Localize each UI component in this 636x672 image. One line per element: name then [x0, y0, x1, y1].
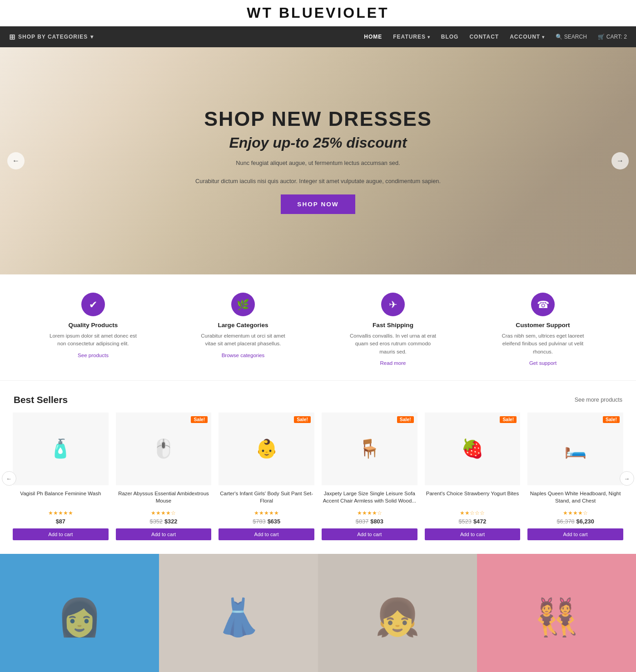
product-image: 🪑: [322, 413, 417, 485]
add-to-cart-button[interactable]: Add to cart: [425, 528, 521, 540]
product-price: $352$322: [116, 518, 212, 525]
feature-link-1[interactable]: Browse categories: [222, 353, 265, 358]
hero-subtitle: Enjoy up-to 25% discount: [195, 134, 441, 151]
search-label: SEARCH: [564, 34, 587, 40]
product-image: 👶: [219, 413, 314, 485]
feature-link-2[interactable]: Read more: [380, 360, 406, 366]
cat-banner-bg-3: 👯: [477, 554, 636, 672]
feature-title-2: Fast Shipping: [348, 322, 438, 329]
feature-desc-3: Cras nibh sem, ultrices eget laoreet ele…: [497, 332, 588, 356]
cart-icon: 🛒: [598, 34, 605, 40]
product-image: 🍓: [425, 413, 521, 485]
section-title: Best Sellers: [14, 394, 68, 405]
products-next-button[interactable]: →: [620, 471, 634, 486]
feature-item-0: ✔ Quality Products Lorem ipsum dolor sit…: [48, 293, 139, 367]
product-image: 🧴: [13, 413, 109, 485]
products-row: ← 🧴 Vagisil Ph Balance Feminine Wash ★★★…: [0, 413, 636, 545]
feature-desc-0: Lorem ipsum dolor sit amet donec est non…: [48, 332, 139, 348]
feature-link-0[interactable]: See products: [78, 353, 109, 358]
nav-home[interactable]: HOME: [364, 34, 382, 40]
sale-badge: Sale!: [397, 416, 414, 423]
hero-prev-button[interactable]: ←: [7, 152, 25, 169]
cat-figure-0: 👩: [57, 596, 102, 639]
nav-features[interactable]: FEATURES: [393, 34, 430, 40]
cat-figure-2: 👧: [375, 596, 420, 639]
product-card: Sale! 🖱️ Razer Abyssus Essential Ambidex…: [112, 413, 215, 540]
product-price: $837$803: [322, 518, 417, 525]
feature-item-2: ✈ Fast Shipping Convallis convallis. In …: [348, 293, 438, 367]
product-name: Vagisil Ph Balance Feminine Wash: [13, 490, 109, 507]
cat-banner-bg-1: 👗: [159, 554, 318, 672]
feature-title-3: Customer Support: [497, 322, 588, 329]
hero-title: SHOP NEW DRESSES: [195, 108, 441, 130]
add-to-cart-button[interactable]: Add to cart: [116, 528, 212, 540]
products-prev-button[interactable]: ←: [2, 471, 16, 486]
product-name: Carter's Infant Girls' Body Suit Pant Se…: [219, 490, 314, 507]
product-name: Parent's Choice Strawberry Yogurt Bites: [425, 490, 521, 507]
category-banner-1[interactable]: 👗: [159, 554, 318, 672]
product-card: Sale! 🪑 Jaxpety Large Size Single Leisur…: [318, 413, 421, 540]
nav-contact[interactable]: CONTACT: [469, 34, 499, 40]
cart-button[interactable]: 🛒 CART: 2: [598, 34, 627, 40]
feature-item-3: ☎ Customer Support Cras nibh sem, ultric…: [497, 293, 588, 367]
product-card: Sale! 🍓 Parent's Choice Strawberry Yogur…: [421, 413, 524, 540]
product-price: $87: [13, 518, 109, 525]
categories-label: SHOP BY CATEGORIES: [18, 34, 88, 40]
product-image-wrap: Sale! 🪑: [322, 413, 417, 485]
add-to-cart-button[interactable]: Add to cart: [322, 528, 417, 540]
best-sellers-section: Best Sellers See more products ← 🧴 Vagis…: [0, 381, 636, 545]
product-image-wrap: Sale! 🛏️: [527, 413, 623, 485]
nav-links: HOME FEATURES BLOG CONTACT ACCOUNT 🔍 SEA…: [364, 34, 627, 40]
category-banner-0[interactable]: 👩: [0, 554, 159, 672]
hero-shop-now-button[interactable]: SHOP NOW: [281, 194, 355, 214]
product-image-wrap: Sale! 🍓: [425, 413, 521, 485]
add-to-cart-button[interactable]: Add to cart: [13, 528, 109, 540]
product-stars: ★★☆☆☆: [425, 510, 521, 516]
product-image-wrap: 🧴: [13, 413, 109, 485]
product-price: $6,378$6,230: [527, 518, 623, 525]
feature-item-1: 🌿 Large Categories Curabitur elementum u…: [198, 293, 288, 367]
sale-badge: Sale!: [500, 416, 517, 423]
product-stars: ★★★★☆: [116, 510, 212, 516]
hero-desc2: Curabitur dictum iaculis nisi quis aucto…: [195, 177, 441, 185]
see-more-link[interactable]: See more products: [575, 397, 622, 403]
feature-title-1: Large Categories: [198, 322, 288, 329]
category-banner-3[interactable]: 👯: [477, 554, 636, 672]
search-button[interactable]: 🔍 SEARCH: [556, 34, 587, 40]
grid-icon: ⊞: [9, 33, 15, 41]
feature-desc-1: Curabitur elementum ut orci sit amet vit…: [198, 332, 288, 348]
product-price: $783$635: [219, 518, 314, 525]
product-card: Sale! 👶 Carter's Infant Girls' Body Suit…: [215, 413, 318, 540]
navbar: ⊞ SHOP BY CATEGORIES ▾ HOME FEATURES BLO…: [0, 26, 636, 47]
top-bar: WT BLUEVIOLET: [0, 0, 636, 26]
features-section: ✔ Quality Products Lorem ipsum dolor sit…: [0, 274, 636, 381]
category-banners-section: 👩 👗 👧 👯: [0, 554, 636, 672]
cat-figure-3: 👯: [534, 596, 579, 639]
product-card: 🧴 Vagisil Ph Balance Feminine Wash ★★★★★…: [9, 413, 112, 540]
product-stars: ★★★★★: [219, 510, 314, 516]
nav-blog[interactable]: BLOG: [441, 34, 459, 40]
product-stars: ★★★★★: [13, 510, 109, 516]
categories-chevron-icon: ▾: [90, 34, 94, 40]
feature-icon-0: ✔: [81, 293, 105, 316]
search-icon: 🔍: [556, 34, 562, 40]
category-banner-2[interactable]: 👧: [318, 554, 477, 672]
cart-label: CART:: [606, 34, 622, 40]
hero-next-button[interactable]: →: [611, 152, 629, 169]
product-name: Razer Abyssus Essential Ambidextrous Mou…: [116, 490, 212, 507]
add-to-cart-button[interactable]: Add to cart: [527, 528, 623, 540]
section-header: Best Sellers See more products: [0, 381, 636, 413]
feature-title-0: Quality Products: [48, 322, 139, 329]
product-card: Sale! 🛏️ Naples Queen White Headboard, N…: [524, 413, 627, 540]
hero-banner: ← SHOP NEW DRESSES Enjoy up-to 25% disco…: [0, 47, 636, 274]
categories-menu[interactable]: ⊞ SHOP BY CATEGORIES ▾: [9, 33, 94, 41]
feature-link-3[interactable]: Get support: [529, 360, 556, 366]
product-image: 🖱️: [116, 413, 212, 485]
add-to-cart-button[interactable]: Add to cart: [219, 528, 314, 540]
product-name: Jaxpety Large Size Single Leisure Sofa A…: [322, 490, 417, 507]
nav-account[interactable]: ACCOUNT: [510, 34, 545, 40]
feature-icon-3: ☎: [531, 293, 555, 316]
product-stars: ★★★★☆: [322, 510, 417, 516]
product-image-wrap: Sale! 👶: [219, 413, 314, 485]
product-image-wrap: Sale! 🖱️: [116, 413, 212, 485]
